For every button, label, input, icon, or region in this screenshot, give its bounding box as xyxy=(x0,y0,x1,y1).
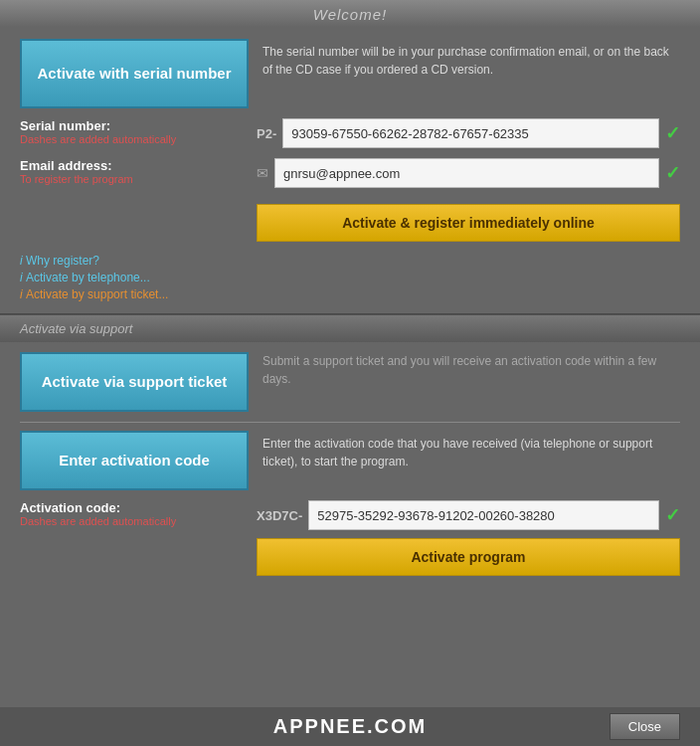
online-btn-wrapper: Activate & register immediately online xyxy=(257,198,680,242)
brand-label: APPNEE.COM xyxy=(273,715,427,738)
why-register-link[interactable]: Why register? xyxy=(20,254,680,268)
support-title: Activate via support xyxy=(20,321,132,336)
serial-label: Serial number: xyxy=(20,118,249,133)
activation-code-prefix: X3D7C- xyxy=(257,508,302,523)
serial-main-row: Activate with serial number The serial n… xyxy=(20,39,680,108)
support-ticket-button[interactable]: Activate via support ticket xyxy=(20,352,249,412)
serial-check-icon: ✓ xyxy=(665,122,680,144)
activation-code-label-sub: Dashes are added automatically xyxy=(20,515,249,527)
support-ticket-desc: Submit a support ticket and you will rec… xyxy=(262,352,680,388)
activate-phone-link[interactable]: Activate by telephone... xyxy=(20,271,680,284)
activate-program-button[interactable]: Activate program xyxy=(257,538,680,576)
email-check-icon: ✓ xyxy=(665,162,680,184)
enter-code-desc: Enter the activation code that you have … xyxy=(262,431,680,470)
footer: APPNEE.COM Close xyxy=(0,707,700,746)
main-container: Welcome! Activate with serial number The… xyxy=(0,0,700,746)
email-label-area: Email address: To register the program xyxy=(20,158,249,185)
close-button[interactable]: Close xyxy=(610,713,680,740)
welcome-header: Welcome! xyxy=(0,0,700,27)
support-header: Activate via support xyxy=(0,315,700,342)
activate-support-link[interactable]: Activate by support ticket... xyxy=(20,287,680,301)
activate-serial-button[interactable]: Activate with serial number xyxy=(20,39,249,108)
activation-code-input-wrapper: X3D7C- ✓ xyxy=(257,500,680,530)
activate-online-button[interactable]: Activate & register immediately online xyxy=(257,204,680,242)
serial-form: Serial number: Dashes are added automati… xyxy=(20,118,680,188)
email-icon: ✉ xyxy=(257,165,268,181)
serial-input-wrapper: P2- ✓ xyxy=(257,118,680,148)
welcome-title: Welcome! xyxy=(313,6,387,23)
serial-prefix: P2- xyxy=(257,126,276,141)
enter-code-button[interactable]: Enter activation code xyxy=(20,431,249,490)
support-ticket-row: Activate via support ticket Submit a sup… xyxy=(20,352,680,412)
activation-code-label: Activation code: xyxy=(20,500,249,515)
serial-number-row: Serial number: Dashes are added automati… xyxy=(20,118,680,148)
activation-code-check-icon: ✓ xyxy=(665,504,680,526)
serial-description: The serial number will be in your purcha… xyxy=(262,39,680,79)
email-input-wrapper: ✉ ✓ xyxy=(257,158,680,188)
serial-label-area: Serial number: Dashes are added automati… xyxy=(20,118,249,145)
serial-input[interactable] xyxy=(282,118,659,148)
email-input[interactable] xyxy=(274,158,659,188)
activation-code-form-row: Activation code: Dashes are added automa… xyxy=(20,500,680,530)
activate-program-btn-wrapper: Activate program xyxy=(257,530,680,576)
enter-code-row: Enter activation code Enter the activati… xyxy=(20,431,680,490)
email-row: Email address: To register the program ✉… xyxy=(20,158,680,188)
serial-label-sub: Dashes are added automatically xyxy=(20,133,249,145)
email-label: Email address: xyxy=(20,158,249,173)
section-divider xyxy=(20,422,680,423)
activation-code-input[interactable] xyxy=(308,500,659,530)
serial-section: Activate with serial number The serial n… xyxy=(0,27,700,313)
links-area: Why register? Activate by telephone... A… xyxy=(20,250,680,303)
email-label-sub: To register the program xyxy=(20,173,249,185)
activation-code-label-area: Activation code: Dashes are added automa… xyxy=(20,500,249,527)
support-section: Activate via support ticket Submit a sup… xyxy=(0,342,700,707)
